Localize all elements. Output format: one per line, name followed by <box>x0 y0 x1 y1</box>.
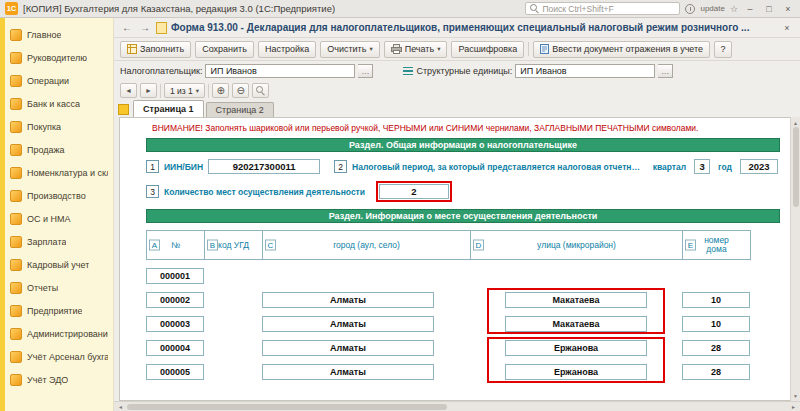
chevron-down-icon: ▾ <box>437 45 440 53</box>
sidebar-item-fixed-assets[interactable]: ОС и НМА <box>5 207 113 230</box>
house-cell[interactable]: 28 <box>682 340 750 356</box>
col-letter-e: E <box>685 240 696 251</box>
page-prev-button[interactable]: ◄ <box>120 83 137 98</box>
global-search-input[interactable]: Поиск Ctrl+Shift+F <box>525 2 680 15</box>
house-cell[interactable]: 28 <box>682 364 750 380</box>
settings-button[interactable]: Настройка <box>258 41 316 58</box>
iin-bin-value[interactable]: 920217300011 <box>208 159 320 174</box>
pager-separator <box>160 84 161 98</box>
street-cell[interactable]: Макатаева <box>505 292 647 308</box>
print-button[interactable]: Печать▾ <box>384 41 448 58</box>
horizontal-scroll-thumb[interactable] <box>127 404 447 410</box>
sidebar-item-sales[interactable]: Продажа <box>5 138 113 161</box>
house-cell[interactable]: 10 <box>682 292 750 308</box>
table-row: 000004 Алматы Ержанова 28 <box>146 340 780 356</box>
update-indicator: update <box>700 4 724 13</box>
sidebar-item-enterprise[interactable]: Предприятие <box>5 299 113 322</box>
magnifier-button[interactable] <box>252 83 269 98</box>
sidebar-item-label: Администрирование <box>27 329 108 339</box>
row-number-cell[interactable]: 000002 <box>146 292 204 308</box>
quarter-value[interactable]: 3 <box>694 159 710 174</box>
tab-page-2[interactable]: Страница 2 <box>206 102 274 117</box>
close-form-button[interactable]: × <box>780 23 794 33</box>
fixed-assets-icon <box>10 213 22 225</box>
units-field[interactable]: ИП Иванов <box>515 64 655 78</box>
maximize-button[interactable]: □ <box>762 4 776 14</box>
col-letter-b: B <box>207 240 218 251</box>
street-cell[interactable]: Макатаева <box>505 316 647 332</box>
decrypt-button[interactable]: Расшифровка <box>451 41 524 58</box>
sidebar-item-purchase[interactable]: Покупка <box>5 115 113 138</box>
street-cell[interactable]: Ержанова <box>505 364 647 380</box>
sidebar-item-administration[interactable]: Администрирование <box>5 322 113 345</box>
col-title-city: город (аул, село) <box>320 241 413 250</box>
row-number-cell[interactable]: 000003 <box>146 316 204 332</box>
search-placeholder: Поиск Ctrl+Shift+F <box>542 4 613 14</box>
forward-button[interactable]: → <box>138 22 152 33</box>
col-header-number: A№ <box>146 230 205 260</box>
taxpayer-select-button[interactable]: … <box>358 64 373 78</box>
help-button[interactable]: ? <box>714 41 732 58</box>
sidebar-item-hr[interactable]: Кадровый учет <box>5 253 113 276</box>
house-cell[interactable]: 10 <box>682 316 750 332</box>
city-cell[interactable]: Алматы <box>262 316 434 332</box>
page-next-button[interactable]: ► <box>140 83 157 98</box>
zoom-in-button[interactable]: ⊕ <box>212 83 229 98</box>
units-select-button[interactable]: … <box>658 64 673 78</box>
page-indicator-label: 1 из 1 <box>170 86 193 96</box>
sidebar-item-label: Номенклатура и склад <box>27 168 108 178</box>
clear-button[interactable]: Очистить▾ <box>320 41 379 58</box>
print-button-label: Печать <box>405 44 434 54</box>
history-icon[interactable] <box>685 4 695 14</box>
sidebar-item-label: Руководителю <box>27 53 87 63</box>
tab-page-1[interactable]: Страница 1 <box>133 100 204 117</box>
sidebar-item-reports[interactable]: Отчеты <box>5 276 113 299</box>
vertical-scroll-thumb[interactable] <box>793 127 799 207</box>
tab-corner-marker[interactable] <box>118 104 129 115</box>
enterprise-icon <box>10 305 22 317</box>
col-header-city: Cгород (аул, село) <box>262 230 471 260</box>
scroll-right-icon[interactable]: ► <box>789 404 798 410</box>
zoom-out-button[interactable]: ⊖ <box>232 83 249 98</box>
street-cell[interactable]: Ержанова <box>505 340 647 356</box>
page-indicator[interactable]: 1 из 1▾ <box>164 83 205 98</box>
empty-cell <box>204 316 262 332</box>
taxpayer-field[interactable]: ИП Иванов <box>205 64 355 78</box>
sidebar-item-edo[interactable]: Учёт ЭДО <box>5 368 113 391</box>
vertical-scrollbar[interactable]: ▲ ▼ <box>790 117 800 401</box>
form-toolbar: Заполнить Сохранить Настройка Очистить▾ … <box>114 38 800 61</box>
sidebar-item-arsenal[interactable]: Учёт Арсенал бухгалтера <box>5 345 113 368</box>
sidebar-item-label: Продажа <box>27 145 65 155</box>
activity-places-value[interactable]: 2 <box>379 184 449 199</box>
sidebar-item-manager[interactable]: Руководителю <box>5 46 113 69</box>
favorites-star-icon[interactable]: ☆ <box>730 4 738 14</box>
minimize-button[interactable]: – <box>743 4 757 14</box>
sidebar-item-label: ОС и НМА <box>27 214 71 224</box>
year-value[interactable]: 2023 <box>740 159 778 174</box>
purchase-icon <box>10 121 22 133</box>
sidebar-item-operations[interactable]: Операции <box>5 69 113 92</box>
document-icon <box>540 44 549 54</box>
scroll-left-icon[interactable]: ◄ <box>116 404 125 410</box>
sidebar-item-nomenclature-warehouse[interactable]: Номенклатура и склад <box>5 161 113 184</box>
scroll-down-icon[interactable]: ▼ <box>793 391 798 400</box>
production-icon <box>10 190 22 202</box>
row-number-cell[interactable]: 000001 <box>146 268 204 284</box>
sidebar-item-main[interactable]: Главное <box>5 23 113 46</box>
save-button[interactable]: Сохранить <box>195 41 254 58</box>
back-button[interactable]: ← <box>120 22 134 33</box>
enter-document-button[interactable]: Ввести документ отражения в учете <box>533 41 710 58</box>
row-number-cell[interactable]: 000005 <box>146 364 204 380</box>
taxpayer-label: Налогоплательщик: <box>120 66 202 76</box>
city-cell[interactable]: Алматы <box>262 364 434 380</box>
fill-button[interactable]: Заполнить <box>120 41 191 58</box>
sidebar-item-salary[interactable]: Зарплата <box>5 230 113 253</box>
row-number-cell[interactable]: 000004 <box>146 340 204 356</box>
city-cell[interactable]: Алматы <box>262 340 434 356</box>
close-button[interactable]: × <box>781 4 795 14</box>
sidebar-item-production[interactable]: Производство <box>5 184 113 207</box>
sidebar-item-bank-cash[interactable]: Банк и касса <box>5 92 113 115</box>
scroll-up-icon[interactable]: ▲ <box>793 118 798 127</box>
horizontal-scrollbar[interactable]: ◄ ► <box>114 401 800 411</box>
city-cell[interactable]: Алматы <box>262 292 434 308</box>
